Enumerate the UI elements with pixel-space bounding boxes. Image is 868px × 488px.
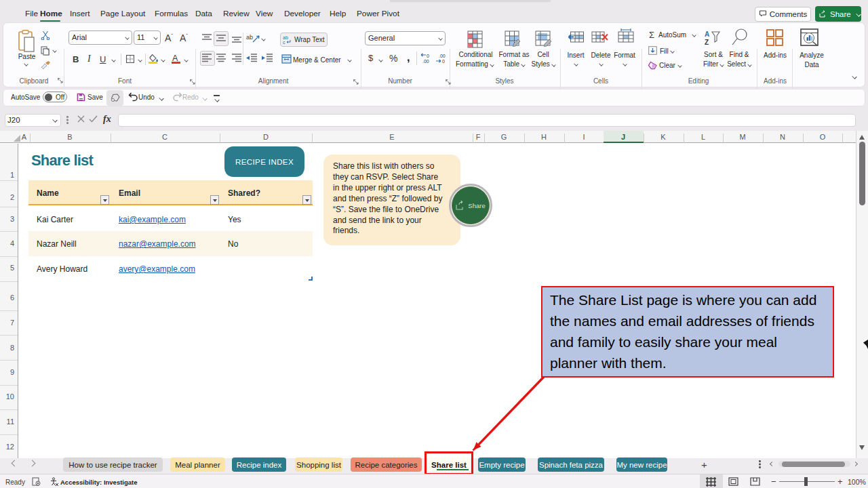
svg-text:0: 0 [442,59,445,64]
svg-text:A: A [705,30,709,38]
svg-text:c: c [283,40,285,45]
svg-text:.00: .00 [439,54,446,58]
svg-text:Z: Z [705,39,709,46]
svg-text:ab: ab [283,35,288,40]
svg-text:ab: ab [246,34,253,41]
svg-text:.00: .00 [422,59,429,64]
svg-text:0: 0 [427,54,429,58]
